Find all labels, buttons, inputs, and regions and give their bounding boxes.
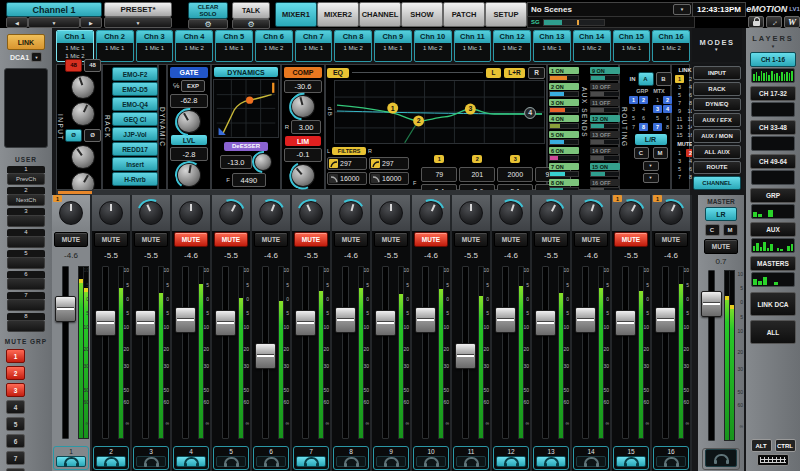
mute-button[interactable]: MUTE bbox=[54, 232, 88, 247]
mute-assign-5[interactable]: 5 bbox=[675, 165, 684, 173]
fader-cap[interactable] bbox=[655, 307, 676, 333]
channel-tab-9[interactable]: Chn 91 Mic 1 bbox=[374, 30, 412, 62]
alt-button[interactable]: ALT bbox=[751, 439, 772, 452]
channel-prev-button[interactable]: ◀ bbox=[6, 17, 28, 28]
eq-right-button[interactable]: R bbox=[528, 67, 545, 79]
lpf-left[interactable]: 16000 bbox=[327, 172, 367, 185]
user-button-1[interactable]: 1PrevCh bbox=[7, 166, 45, 185]
tab-setup[interactable]: SETUP bbox=[485, 2, 527, 27]
rack-slot-3[interactable]: EMO-Q4 bbox=[112, 97, 158, 111]
fullscreen-button[interactable]: ↔ bbox=[766, 16, 782, 28]
cue-button[interactable] bbox=[176, 456, 206, 467]
mtx-assign-3[interactable]: 3 bbox=[653, 105, 662, 113]
fader-track[interactable] bbox=[382, 266, 389, 439]
eq-graph[interactable]: 1 2 3 4 bbox=[334, 80, 545, 144]
channel-tab-1[interactable]: Chn 11 Mic 11 Mic 2 bbox=[56, 30, 94, 62]
mtx-assign-7[interactable]: 7 bbox=[653, 123, 662, 131]
mute-assign-1[interactable]: 1 bbox=[675, 149, 684, 157]
fader-cap[interactable] bbox=[95, 310, 116, 336]
mute-button[interactable]: MUTE bbox=[614, 232, 648, 247]
user-button-3[interactable]: 3 bbox=[7, 208, 45, 227]
pan-knob[interactable] bbox=[419, 201, 443, 225]
link-pair-5[interactable]: 5 bbox=[675, 91, 684, 99]
fader-track[interactable] bbox=[182, 266, 189, 439]
phase-a-button[interactable]: Ø bbox=[65, 129, 82, 142]
grp-assign-3[interactable]: 3 bbox=[629, 105, 638, 113]
cue-button[interactable] bbox=[296, 456, 326, 467]
channel-tab-8[interactable]: Chn 81 Mic 2 bbox=[334, 30, 372, 62]
mute-group-button-1[interactable]: 1 bbox=[6, 349, 25, 363]
dca-dropdown-icon[interactable]: ▼ bbox=[31, 52, 42, 62]
phantom-48v-b-button[interactable]: 48 bbox=[84, 59, 101, 72]
input-gain-b-knob[interactable] bbox=[71, 102, 95, 126]
eq-left-button[interactable]: L bbox=[486, 68, 501, 78]
dynamics-header[interactable]: DYNAMICS bbox=[214, 67, 278, 77]
mute-button[interactable]: MUTE bbox=[494, 232, 528, 247]
aux-send-15[interactable]: 15 ON bbox=[590, 163, 620, 177]
limiter-threshold-value[interactable]: -0.1 bbox=[284, 148, 322, 162]
channel-dropdown-button[interactable]: ▼ bbox=[28, 17, 80, 28]
fader-track[interactable] bbox=[302, 266, 309, 439]
mode-rack[interactable]: RACK bbox=[693, 82, 741, 96]
mute-button[interactable]: MUTE bbox=[334, 232, 368, 247]
eq-band-freq-value[interactable]: 2000 bbox=[497, 167, 533, 182]
fader-cap[interactable] bbox=[415, 307, 436, 333]
fader-cap[interactable] bbox=[495, 307, 516, 333]
aux-send-14[interactable]: 14 OFF bbox=[590, 147, 620, 161]
comp-ratio-value[interactable]: 3.00 bbox=[291, 120, 321, 134]
link-pair-3[interactable]: 3 bbox=[675, 83, 684, 91]
fader-cap[interactable] bbox=[455, 343, 476, 369]
routing-in-a-button[interactable]: A bbox=[638, 72, 654, 86]
cue-button[interactable] bbox=[536, 456, 566, 467]
input-trim-a-knob[interactable] bbox=[71, 145, 95, 169]
mute-button[interactable]: MUTE bbox=[534, 232, 568, 247]
master-m-button[interactable]: M bbox=[723, 224, 738, 236]
gate-key-icon[interactable]: ℅ bbox=[173, 82, 179, 89]
mtx-assign-4[interactable]: 4 bbox=[663, 105, 672, 113]
grp-assign-2[interactable]: 2 bbox=[639, 96, 648, 104]
mute-group-button-2[interactable]: 2 bbox=[6, 366, 25, 380]
mute-button[interactable]: MUTE bbox=[134, 232, 168, 247]
dynamics-graph[interactable] bbox=[213, 79, 279, 138]
fader-track[interactable] bbox=[342, 266, 349, 439]
master-mute-button[interactable]: MUTE bbox=[704, 239, 738, 254]
channel-tab-7[interactable]: Chn 71 Mic 1 bbox=[295, 30, 333, 62]
mute-button[interactable]: MUTE bbox=[174, 232, 208, 247]
mode-input[interactable]: INPUT bbox=[693, 66, 741, 80]
user-button-5[interactable]: 5 bbox=[7, 250, 45, 269]
layer-ch-33-48[interactable]: CH 33-48 bbox=[750, 120, 796, 135]
aux-send-10[interactable]: 10 OFF bbox=[590, 83, 620, 97]
rack-slot-6[interactable]: REDD17 bbox=[112, 142, 158, 156]
pan-knob[interactable] bbox=[299, 201, 323, 225]
mute-assign-7[interactable]: 7 bbox=[675, 173, 684, 181]
channel-next-button[interactable]: ▶ bbox=[80, 17, 102, 28]
cue-button[interactable] bbox=[136, 456, 166, 467]
mute-button[interactable]: MUTE bbox=[214, 232, 248, 247]
aux-send-slider[interactable] bbox=[549, 139, 579, 145]
aux-send-slider[interactable] bbox=[590, 91, 620, 97]
aux-send-13[interactable]: 13 OFF bbox=[590, 131, 620, 145]
pan-knob[interactable] bbox=[619, 201, 643, 225]
aux-send-slider[interactable] bbox=[549, 91, 579, 97]
master-c-button[interactable]: C bbox=[705, 224, 720, 236]
link-pair-11[interactable]: 11 bbox=[675, 115, 684, 123]
scene-display[interactable]: No Scenes ▼ bbox=[527, 2, 695, 17]
mute-group-button-4[interactable]: 4 bbox=[6, 400, 25, 414]
layer-masters[interactable]: MASTERS bbox=[750, 256, 796, 271]
rack-slot-5[interactable]: JJP-Vol bbox=[112, 127, 158, 141]
phase-b-button[interactable]: Ø bbox=[84, 129, 101, 142]
aux-send-slider[interactable] bbox=[590, 155, 620, 161]
link-pair-9[interactable]: 9 bbox=[675, 107, 684, 115]
user-button-4[interactable]: 4 bbox=[7, 229, 45, 248]
mtx-assign-6[interactable]: 6 bbox=[663, 114, 672, 122]
gate-exp-button[interactable]: EXP bbox=[181, 80, 205, 92]
lpf-right[interactable]: 16000 bbox=[369, 172, 409, 185]
layer-grp[interactable]: GRP bbox=[750, 188, 796, 203]
layer-link-dca[interactable]: LINK DCA bbox=[750, 292, 796, 316]
waves-button[interactable]: W bbox=[784, 16, 800, 28]
fader-track[interactable] bbox=[622, 266, 629, 439]
mode-channel[interactable]: CHANNEL bbox=[693, 176, 741, 190]
mute-button[interactable]: MUTE bbox=[254, 232, 288, 247]
mode-route[interactable]: ROUTE bbox=[693, 161, 741, 175]
routing-in-b-button[interactable]: B bbox=[656, 72, 672, 86]
